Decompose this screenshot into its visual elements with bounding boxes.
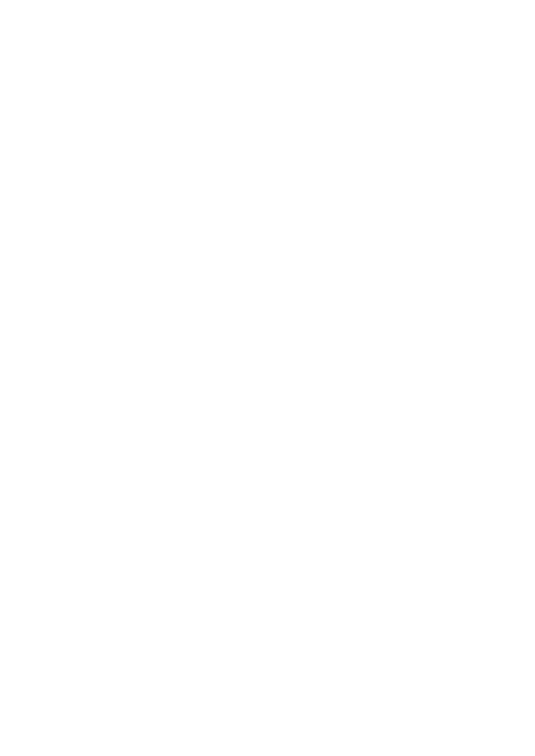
document-page <box>0 0 535 213</box>
